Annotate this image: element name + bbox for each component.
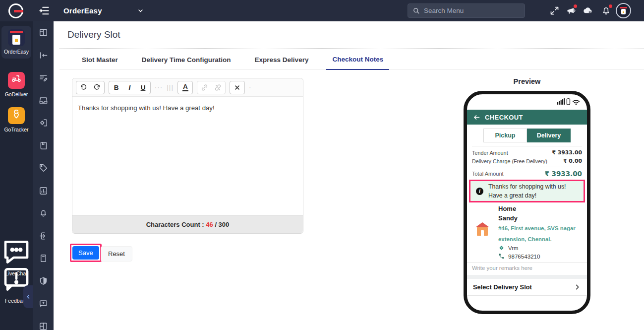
sidebar-nav-dashboard-icon[interactable] <box>33 21 54 44</box>
sidebar-nav-tag-icon[interactable] <box>33 157 54 180</box>
character-count: Characters Count : 46 / 300 <box>72 215 303 233</box>
godeliver-app-icon <box>8 72 25 89</box>
sidebar-nav-merge-icon[interactable] <box>33 44 54 67</box>
checkout-note-text: Thanks for shopping with us!Have a great… <box>488 182 566 200</box>
notification-badge <box>609 4 612 8</box>
link-icon <box>201 84 208 91</box>
sidebar-nav-book-icon[interactable] <box>33 134 54 157</box>
sidebar-nav-logout-icon[interactable] <box>33 225 54 248</box>
toolbar-separator-bars: ||| <box>167 84 174 91</box>
info-icon: i <box>476 188 483 195</box>
sidebar-nav-layout-icon[interactable] <box>33 315 54 330</box>
checkout-note-editor: B I U ··· ||| A · Thanks for shopping wi… <box>72 78 303 234</box>
total-label: Total Amount <box>472 171 504 177</box>
gotracker-app-icon: G <box>8 107 25 124</box>
sidebar-nav-login-icon[interactable] <box>33 112 54 134</box>
phone-icon <box>498 253 505 260</box>
phone-preview: CHECKOUT Pickup Delivery Tender Amount ₹… <box>464 91 590 314</box>
search-menu[interactable] <box>408 3 525 18</box>
undo-button[interactable] <box>77 81 90 94</box>
brand-logo[interactable] <box>8 3 23 18</box>
app-label: GoTracker <box>1 127 31 132</box>
chevron-left-icon <box>25 294 31 300</box>
amount-label: Tender Amount <box>472 150 508 156</box>
address-type: Home <box>498 205 516 212</box>
toolbar-separator-dots: ··· <box>155 84 163 91</box>
sidebar-toggle-icon[interactable] <box>39 5 50 16</box>
sidebar-nav-shield-icon[interactable] <box>33 270 54 293</box>
save-highlight-annotation: Save <box>70 244 102 262</box>
address-area-row: Vrm <box>498 245 518 251</box>
title-divider <box>59 48 644 49</box>
topbar: OrderEasy <box>0 0 644 21</box>
count-value: 46 <box>206 221 213 228</box>
remarks-placeholder: Write your remarks here <box>472 265 532 271</box>
address-line2: extension, Chennai. <box>498 236 552 242</box>
redo-icon <box>93 84 101 91</box>
sidebar-nav-feedback-plus-icon[interactable] <box>33 292 54 315</box>
link-button[interactable] <box>198 81 211 94</box>
home-icon <box>475 222 490 236</box>
tab-slot-master[interactable]: Slot Master <box>76 56 124 69</box>
sidebar-nav-bell-icon[interactable] <box>33 202 54 225</box>
tab-express-delivery[interactable]: Express Delivery <box>249 56 315 69</box>
editor-textarea[interactable]: Thanks for shopping with us! Have a grea… <box>72 97 303 215</box>
divider <box>467 262 587 263</box>
toolbar-end-dot: · <box>249 84 252 91</box>
total-value: ₹ 3933.00 <box>544 170 582 178</box>
bold-button[interactable]: B <box>110 81 123 94</box>
sidebar-item-ordereasy[interactable]: OrderEasy <box>1 26 31 59</box>
logo-bar <box>14 10 23 12</box>
directions-icon <box>498 245 505 251</box>
italic-button[interactable]: I <box>123 81 136 94</box>
tab-checkout-notes[interactable]: Checkout Notes <box>326 56 389 70</box>
app-rail: OrderEasy GoDeliver G GoTracker Live Cha… <box>0 21 33 330</box>
unlink-icon <box>214 84 222 91</box>
fullscreen-icon[interactable] <box>549 5 560 16</box>
select-delivery-slot-row: Select Delivery Slot <box>467 279 587 296</box>
reset-button[interactable]: Reset <box>101 246 132 262</box>
checkout-title: CHECKOUT <box>485 114 523 121</box>
icon-rail <box>33 21 54 330</box>
cloud-sync-icon[interactable] <box>582 5 594 16</box>
back-arrow-icon <box>473 114 480 121</box>
total-row: Total Amount ₹ 3933.00 <box>472 169 582 179</box>
sidebar-nav-notes-edit-icon[interactable] <box>33 66 54 89</box>
account-avatar[interactable] <box>616 3 631 18</box>
clear-x-icon <box>234 84 241 91</box>
address-phone-row: 9876543210 <box>498 253 540 260</box>
font-color-button[interactable]: A <box>178 81 192 94</box>
chevron-right-icon <box>574 283 581 291</box>
sidebar-nav-inbox-icon[interactable] <box>33 89 54 112</box>
undo-icon <box>80 84 87 91</box>
notifications-button[interactable] <box>601 5 611 16</box>
ordereasy-app-icon <box>8 29 25 46</box>
sidebar-item-gotracker[interactable]: G GoTracker <box>1 105 31 132</box>
chevron-down-icon <box>137 7 144 14</box>
tab-pickup: Pickup <box>483 129 527 142</box>
tab-delivery: Delivery <box>527 129 571 142</box>
sidebar-nav-chart-icon[interactable] <box>33 180 54 202</box>
app-switcher[interactable]: OrderEasy <box>63 0 102 21</box>
address-area: Vrm <box>508 245 518 251</box>
clear-formatting-button[interactable] <box>231 81 244 94</box>
search-icon <box>412 7 420 14</box>
sidebar-item-godeliver[interactable]: GoDeliver <box>1 69 31 97</box>
address-phone: 9876543210 <box>508 253 540 260</box>
fulfillment-tabs: Pickup Delivery <box>467 129 587 142</box>
sidebar-collapse-button[interactable] <box>23 285 33 308</box>
announcements-button[interactable] <box>566 5 576 16</box>
save-button[interactable]: Save <box>72 246 99 260</box>
status-bar-icons <box>557 97 581 105</box>
checkout-note-highlight: i Thanks for shopping with us!Have a gre… <box>469 180 585 202</box>
tab-delivery-time-configuration[interactable]: Delivery Time Configuration <box>136 56 237 69</box>
app-label: GoDeliver <box>1 91 31 97</box>
announcement-badge <box>574 4 577 8</box>
redo-button[interactable] <box>90 81 104 94</box>
unlink-button[interactable] <box>211 81 225 94</box>
app-label: OrderEasy <box>1 49 31 55</box>
sidebar-nav-document-icon[interactable] <box>33 247 54 270</box>
underline-button[interactable]: U <box>136 81 150 94</box>
amount-label: Delivery Charge (Free Delivery) <box>472 158 547 164</box>
search-input[interactable] <box>424 7 520 14</box>
